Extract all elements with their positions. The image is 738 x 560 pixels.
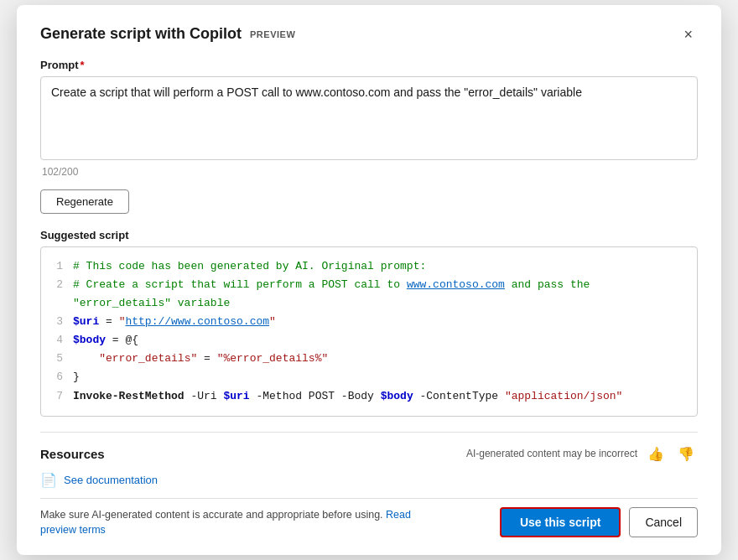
thumbup-button[interactable]: 👍 — [644, 444, 668, 464]
line-num-2b — [53, 294, 63, 313]
dialog-title: Generate script with Copilot — [40, 25, 242, 43]
code-line-5: 5 "error_details" = "%error_details%" — [53, 350, 685, 368]
line-num-2: 2 — [53, 276, 63, 294]
code-line-3: 3 $uri = "http://www.contoso.com" — [53, 313, 685, 331]
code-line-2: 2 # Create a script that will perform a … — [53, 276, 685, 294]
thumbdown-button[interactable]: 👎 — [674, 444, 698, 464]
code-invoke: Invoke-RestMethod -Uri $uri -Method POST… — [73, 387, 622, 406]
line-num-7: 7 — [53, 387, 63, 406]
doc-icon: 📄 — [40, 472, 57, 488]
resources-title: Resources — [40, 447, 105, 461]
see-documentation-link[interactable]: See documentation — [64, 474, 158, 486]
suggested-label: Suggested script — [40, 229, 698, 241]
suggested-section: Suggested script 1 # This code has been … — [40, 229, 698, 417]
line-num-5: 5 — [53, 350, 63, 368]
line-num-1: 1 — [53, 257, 63, 276]
code-line-6: 6 } — [53, 368, 685, 386]
code-line-1: 1 # This code has been generated by AI. … — [53, 257, 685, 276]
preview-badge: PREVIEW — [250, 29, 295, 39]
prompt-section: Prompt* 102/200 — [40, 59, 698, 178]
footer-actions: Use this script Cancel — [500, 507, 698, 537]
code-body: $body = @{ — [73, 331, 138, 350]
required-indicator: * — [81, 59, 85, 71]
code-line-7: 7 Invoke-RestMethod -Uri $uri -Method PO… — [53, 387, 685, 406]
cancel-button[interactable]: Cancel — [629, 507, 698, 537]
code-line-2b: "error_details" variable — [53, 294, 685, 313]
uri-link: http://www.contoso.com — [125, 315, 269, 328]
line-num-4: 4 — [53, 331, 63, 350]
dialog-header: Generate script with Copilot PREVIEW × — [40, 25, 698, 44]
title-row: Generate script with Copilot PREVIEW — [40, 25, 295, 43]
use-this-script-button[interactable]: Use this script — [500, 507, 621, 537]
code-comment-1: # This code has been generated by AI. Or… — [73, 257, 426, 276]
line-num-6: 6 — [53, 368, 63, 386]
footer-notice-text: Make sure AI-generated content is accura… — [40, 509, 383, 521]
code-closing-brace: } — [73, 368, 80, 386]
code-body-inner: "error_details" = "%error_details%" — [73, 350, 328, 368]
ai-notice-row: AI-generated content may be incorrect 👍 … — [466, 444, 698, 464]
regenerate-button[interactable]: Regenerate — [40, 189, 129, 214]
comment-link: www.contoso.com — [407, 278, 505, 291]
ai-notice-text: AI-generated content may be incorrect — [466, 448, 637, 459]
code-line-4: 4 $body = @{ — [53, 331, 685, 350]
dialog-footer: Make sure AI-generated content is accura… — [40, 498, 698, 539]
code-comment-2: # Create a script that will perform a PO… — [73, 276, 590, 294]
code-box: 1 # This code has been generated by AI. … — [40, 246, 698, 417]
generate-script-dialog: Generate script with Copilot PREVIEW × P… — [17, 5, 721, 555]
doc-link-row: 📄 See documentation — [40, 472, 698, 488]
resources-section: Resources AI-generated content may be in… — [40, 432, 698, 488]
prompt-textarea[interactable] — [40, 76, 698, 160]
close-button[interactable]: × — [678, 25, 698, 44]
code-comment-2b: "error_details" variable — [73, 294, 230, 313]
footer-notice: Make sure AI-generated content is accura… — [40, 507, 426, 539]
prompt-label: Prompt* — [40, 59, 698, 71]
resources-header: Resources AI-generated content may be in… — [40, 444, 698, 464]
code-uri: $uri = "http://www.contoso.com" — [73, 313, 276, 331]
line-num-3: 3 — [53, 313, 63, 331]
char-count: 102/200 — [42, 166, 698, 178]
